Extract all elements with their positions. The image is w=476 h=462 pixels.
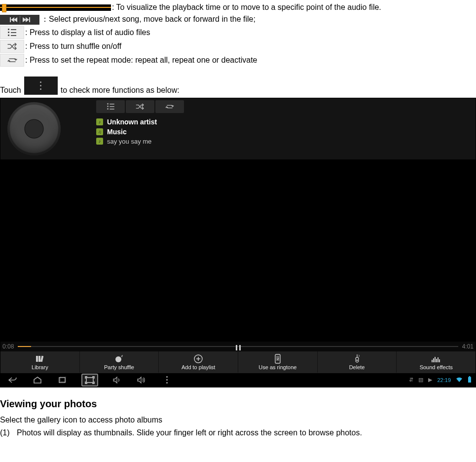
status-image-icon: ▧ <box>418 377 423 383</box>
svg-rect-16 <box>86 378 93 383</box>
artist-badge-icon: ♪ <box>96 118 103 125</box>
artist-name: Unknown artist <box>107 118 157 126</box>
track-badge-icon: ♪ <box>96 138 103 145</box>
time-total: 4:01 <box>462 343 474 350</box>
pause-icon[interactable] <box>236 345 241 350</box>
repeat-description: : Press to set the repeat mode: repeat a… <box>25 55 257 66</box>
repeat-icon <box>0 54 24 67</box>
status-clock: 22:19 <box>437 377 451 383</box>
delete-icon <box>353 354 361 363</box>
menu-party-label: Party shuffle <box>104 364 134 370</box>
menu-delete[interactable]: Delete <box>317 351 397 373</box>
nav-more-icon[interactable] <box>161 375 172 385</box>
menu-delete-label: Delete <box>349 364 365 370</box>
touch-text-after: to check more functions as below: <box>61 86 180 95</box>
menu-ringtone-label: Use as ringtone <box>258 364 296 370</box>
time-elapsed: 0:08 <box>2 343 14 350</box>
status-usb-icon: ⇵ <box>409 377 413 383</box>
svg-rect-18 <box>469 376 471 377</box>
playlist-icon <box>0 26 24 39</box>
overflow-menu-icon <box>24 77 58 95</box>
svg-rect-9 <box>433 358 434 362</box>
menu-library-label: Library <box>32 364 48 370</box>
nav-recents-icon[interactable] <box>57 375 68 385</box>
menu-sound-effects[interactable]: Sound effects <box>396 351 476 373</box>
nav-vol-down-icon[interactable] <box>112 375 123 385</box>
nav-screenshot-icon[interactable] <box>81 374 98 386</box>
svg-rect-2 <box>40 355 43 362</box>
tab-nowplaying-list[interactable] <box>96 100 125 113</box>
svg-rect-12 <box>438 357 439 362</box>
menu-addpl-label: Add to playlist <box>182 364 215 370</box>
status-play-icon: ▶ <box>428 377 432 383</box>
album-badge-icon: ♫ <box>96 128 103 135</box>
svg-rect-0 <box>36 356 38 362</box>
touch-text-before: Touch <box>0 86 21 95</box>
svg-rect-13 <box>439 359 440 362</box>
svg-rect-1 <box>38 356 40 362</box>
music-player-screenshot: ♪ Unknown artist ♫ Music ♪ say you say m… <box>0 98 476 387</box>
nav-vol-up-icon[interactable] <box>137 375 147 385</box>
seek-bar-icon <box>0 4 111 11</box>
album-art-placeholder <box>7 102 61 155</box>
list-item-1-number: (1) <box>0 428 17 437</box>
prev-next-icon <box>0 15 39 25</box>
tab-shuffle[interactable] <box>126 100 154 113</box>
svg-rect-11 <box>436 359 437 362</box>
shuffle-description: : Press to turn shuffle on/off <box>25 41 121 52</box>
menu-add-playlist[interactable]: Add to playlist <box>158 351 238 373</box>
list-item-1-text: Photos will display as thumbnails. Slide… <box>17 428 362 437</box>
menu-effects-label: Sound effects <box>420 364 453 370</box>
prevnext-description: ：Select previous/next song, move back or… <box>41 14 256 25</box>
add-playlist-icon <box>194 354 203 363</box>
equalizer-icon <box>431 354 441 363</box>
menu-library[interactable]: Library <box>0 351 79 373</box>
svg-point-3 <box>115 356 121 362</box>
list-description: : Press to display a list of audio files <box>25 27 150 38</box>
svg-point-4 <box>121 355 122 357</box>
menu-party-shuffle[interactable]: Party shuffle <box>79 351 159 373</box>
system-nav-bar: ⇵ ▧ ▶ 22:19 <box>0 373 476 387</box>
tab-repeat[interactable] <box>155 100 184 113</box>
nav-home-icon[interactable] <box>32 375 43 385</box>
library-icon <box>36 354 44 363</box>
svg-rect-10 <box>435 357 436 362</box>
svg-rect-7 <box>276 356 279 361</box>
ringtone-icon <box>274 354 282 363</box>
seek-description: : To visualize the playback time or to m… <box>112 2 381 13</box>
menu-ringtone[interactable]: Use as ringtone <box>238 351 317 373</box>
nav-back-icon[interactable] <box>7 375 18 385</box>
section-heading: Viewing your photos <box>0 398 476 410</box>
party-shuffle-icon <box>114 354 124 363</box>
track-name: say you say me <box>107 138 151 145</box>
section-intro: Select the gallery icon to access photo … <box>0 415 476 425</box>
shuffle-icon <box>0 40 24 53</box>
svg-rect-17 <box>468 377 471 383</box>
status-wifi-icon <box>456 377 463 384</box>
overflow-menu: Library Party shuffle Add to playlist Us… <box>0 351 476 373</box>
svg-rect-8 <box>432 360 433 362</box>
status-battery-icon <box>468 376 472 384</box>
album-name: Music <box>107 128 127 136</box>
